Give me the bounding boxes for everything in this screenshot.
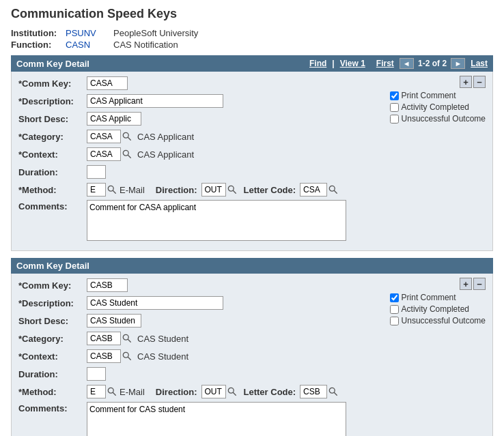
method-row-1: *Method: E-Mail Direction: Letter Code:: [18, 182, 363, 197]
comments-textarea-2[interactable]: Comment for CAS student: [87, 402, 346, 436]
svg-line-13: [128, 357, 130, 360]
description-input-2[interactable]: [87, 296, 223, 310]
activity-completed-checkbox-1[interactable]: [390, 103, 399, 112]
record-block-1: *Comm Key: *Description: Short Desc: *Ca…: [11, 72, 493, 251]
activity-completed-row-2: Activity Completed: [390, 304, 486, 314]
category-search-icon-2[interactable]: [122, 334, 132, 343]
description-label-2: *Description:: [18, 298, 87, 308]
category-row-2: *Category: CAS Student: [18, 331, 363, 346]
record1-left: *Comm Key: *Description: Short Desc: *Ca…: [18, 76, 363, 244]
context-input-2[interactable]: [87, 349, 121, 363]
view-link[interactable]: View 1: [340, 59, 365, 68]
short-desc-input-2[interactable]: [87, 314, 141, 328]
add-record-btn-1[interactable]: +: [460, 76, 472, 88]
meta-table: Institution: PSUNV PeopleSoft University…: [11, 28, 493, 50]
comm-key-label-2: *Comm Key:: [18, 280, 87, 291]
comments-textarea-1[interactable]: Comment for CASA applicant: [87, 200, 346, 241]
comm-key-input-1[interactable]: [87, 76, 128, 90]
description-input-1[interactable]: [87, 94, 223, 108]
print-comment-checkbox-2[interactable]: [390, 293, 399, 302]
remove-record-btn-1[interactable]: −: [473, 76, 486, 88]
prev-page-btn[interactable]: ◄: [400, 58, 414, 69]
print-comment-checkbox-1[interactable]: [390, 91, 399, 100]
page-title: Communication Speed Keys: [11, 7, 493, 21]
method-search-icon-1[interactable]: [107, 185, 117, 194]
print-comment-label-2: Print Comment: [402, 293, 456, 302]
unsuccessful-outcome-row-1: Unsuccessful Outcome: [390, 114, 486, 123]
letter-code-input-1[interactable]: [300, 183, 327, 197]
direction-input-1[interactable]: [201, 183, 226, 197]
remove-record-btn-2[interactable]: −: [473, 278, 486, 290]
letter-code-input-2[interactable]: [300, 385, 327, 398]
add-record-btn-2[interactable]: +: [460, 278, 472, 290]
comm-key-row-2: *Comm Key:: [18, 278, 363, 293]
function-label: Function:: [11, 40, 66, 50]
activity-completed-label-2: Activity Completed: [402, 304, 469, 314]
short-desc-label-2: Short Desc:: [18, 316, 87, 326]
short-desc-row-1: Short Desc:: [18, 111, 363, 126]
pagination-first[interactable]: First: [376, 59, 394, 68]
context-desc-1: CAS Applicant: [137, 149, 194, 160]
svg-line-1: [128, 137, 130, 140]
svg-line-3: [128, 155, 130, 158]
function-desc: CAS Notification: [113, 40, 178, 50]
institution-row: Institution: PSUNV PeopleSoft University: [11, 28, 493, 38]
record-block-2: *Comm Key: *Description: Short Desc: *Ca…: [11, 274, 493, 436]
comments-row-1: Comments: Comment for CASA applicant: [18, 200, 363, 241]
category-label-2: *Category:: [18, 334, 87, 344]
activity-completed-row-1: Activity Completed: [390, 102, 486, 112]
record1-right: + − Print Comment Activity Completed: [376, 76, 486, 123]
context-search-icon-2[interactable]: [122, 351, 132, 361]
section-header-2: Comm Key Detail: [11, 258, 493, 274]
category-search-icon-1[interactable]: [122, 132, 132, 141]
next-page-btn[interactable]: ►: [451, 58, 465, 69]
duration-row-2: Duration:: [18, 366, 363, 381]
record2-top-area: *Comm Key: *Description: Short Desc: *Ca…: [18, 278, 486, 436]
method-desc-2: E-Mail: [120, 387, 145, 397]
unsuccessful-outcome-row-2: Unsuccessful Outcome: [390, 316, 486, 325]
letter-code-search-icon-1[interactable]: [328, 185, 338, 194]
svg-line-19: [334, 392, 337, 395]
direction-search-icon-1[interactable]: [227, 185, 237, 194]
activity-completed-checkbox-2[interactable]: [390, 305, 399, 314]
record2-left: *Comm Key: *Description: Short Desc: *Ca…: [18, 278, 363, 436]
letter-code-label-2: Letter Code:: [244, 387, 296, 397]
section-header-label-2: Comm Key Detail: [16, 261, 89, 271]
unsuccessful-outcome-checkbox-1[interactable]: [390, 115, 399, 123]
duration-input-1[interactable]: [87, 165, 106, 179]
category-desc-2: CAS Student: [137, 334, 188, 344]
svg-line-15: [113, 392, 115, 395]
direction-search-icon-2[interactable]: [227, 387, 237, 396]
context-search-icon-1[interactable]: [122, 149, 132, 159]
comments-label-1: Comments:: [18, 200, 87, 212]
duration-input-2[interactable]: [87, 367, 106, 381]
print-comment-row-1: Print Comment: [390, 91, 486, 100]
find-link[interactable]: Find: [309, 59, 326, 68]
short-desc-label-1: Short Desc:: [18, 114, 87, 124]
institution-code: PSUNV: [66, 28, 113, 38]
record1-plus-minus: + −: [460, 76, 486, 88]
direction-input-2[interactable]: [201, 385, 226, 398]
short-desc-input-1[interactable]: [87, 112, 141, 126]
unsuccessful-outcome-label-2: Unsuccessful Outcome: [402, 316, 486, 325]
last-link[interactable]: Last: [471, 59, 488, 68]
letter-code-search-icon-2[interactable]: [328, 387, 338, 396]
method-desc-1: E-Mail: [120, 185, 145, 195]
method-label-1: *Method:: [18, 185, 87, 195]
record2-checkboxes: Print Comment Activity Completed Unsucce…: [390, 293, 486, 325]
context-row-1: *Context: CAS Applicant: [18, 147, 363, 162]
record2-plus-minus: + −: [460, 278, 486, 290]
comm-key-label-1: *Comm Key:: [18, 78, 87, 89]
institution-label: Institution:: [11, 28, 66, 38]
record1-top-area: *Comm Key: *Description: Short Desc: *Ca…: [18, 76, 486, 244]
method-input-1[interactable]: [87, 183, 106, 197]
unsuccessful-outcome-checkbox-2[interactable]: [390, 317, 399, 325]
direction-label-2: Direction:: [156, 387, 197, 397]
context-input-1[interactable]: [87, 147, 121, 161]
category-input-2[interactable]: [87, 332, 121, 345]
comm-key-input-2[interactable]: [87, 278, 128, 292]
method-input-2[interactable]: [87, 385, 106, 398]
method-search-icon-2[interactable]: [107, 387, 117, 396]
category-input-1[interactable]: [87, 130, 121, 143]
context-label-2: *Context:: [18, 351, 87, 362]
